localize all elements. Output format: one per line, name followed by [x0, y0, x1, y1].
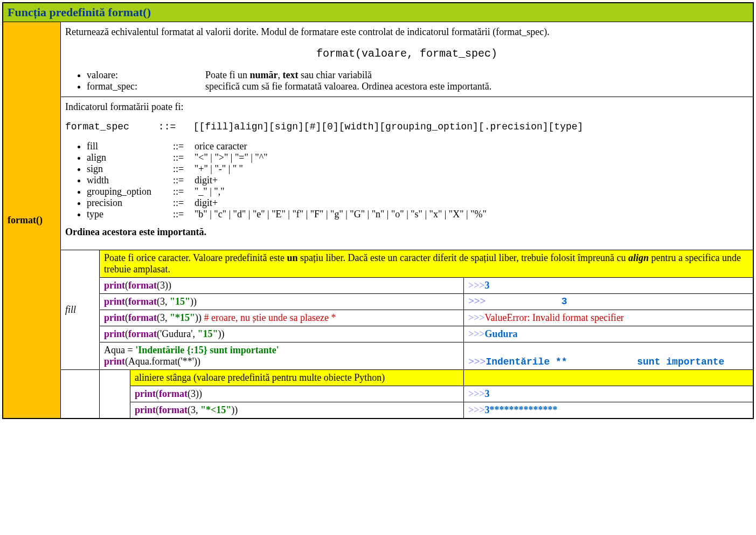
output-cell: >>>ValueError: Invalid format specifier: [464, 310, 754, 326]
param-desc: specifică cum să fie formatată valoarea.…: [205, 81, 491, 92]
align-left-desc: aliniere stânga (valoare predefinită pen…: [130, 370, 464, 386]
output-cell: >>>Gudura: [464, 326, 754, 342]
fill-desc: Poate fi orice caracter. Valoare predefi…: [100, 250, 754, 278]
align-left-desc-blank: [464, 370, 754, 386]
output-cell: >>>3: [464, 278, 754, 294]
format-doc-table: Funcția predefinită format() format() Re…: [2, 2, 754, 419]
spec-intro: Indicatorul formatării poate fi:: [65, 101, 748, 113]
code-cell: print(format(3, "*15")) # eroare, nu ști…: [100, 310, 464, 326]
code-cell: print(format(3, "15")): [100, 294, 464, 310]
param-name: format_spec:: [87, 81, 205, 92]
format-spec-cell: Indicatorul formatării poate fi: format_…: [61, 97, 754, 250]
output-cell: >>> 3: [464, 294, 754, 310]
output-cell: >>>Indentările ** sunt importante: [464, 342, 754, 370]
param-desc: Poate fi un număr, text sau chiar variab…: [205, 70, 372, 81]
code-cell: print(format(3, "*<15")): [130, 402, 464, 419]
page-title: Funcția predefinită format(): [3, 3, 753, 22]
order-note: Ordinea acestora este importantă.: [65, 227, 748, 238]
spec-line: format_spec ::= [[fill]align][sign][#][0…: [65, 121, 748, 132]
param-name: valoare:: [87, 70, 205, 81]
param-list: valoare: Poate fi un număr, text sau chi…: [87, 70, 748, 92]
grammar-list: fill::=orice caracter align::="<" | ">" …: [87, 141, 748, 220]
side-label: format(): [3, 22, 61, 419]
code-cell: Aqua = 'Indentările {:15} sunt important…: [100, 342, 464, 370]
align-symbol-cell: [100, 370, 130, 419]
intro-text: Returnează echivalentul formatat al valo…: [65, 26, 748, 38]
description-cell: Returnează echivalentul formatat al valo…: [61, 22, 754, 97]
code-cell: print(format(3)): [100, 278, 464, 294]
align-label-cell: [61, 370, 100, 419]
signature: format(valoare, format_spec): [65, 47, 748, 60]
fill-label: fill: [61, 250, 100, 370]
code-cell: print(format(3)): [130, 386, 464, 402]
output-cell: >>>3: [464, 386, 754, 402]
output-cell: >>>3**************: [464, 402, 754, 419]
code-cell: print(format('Gudura', "15")): [100, 326, 464, 342]
